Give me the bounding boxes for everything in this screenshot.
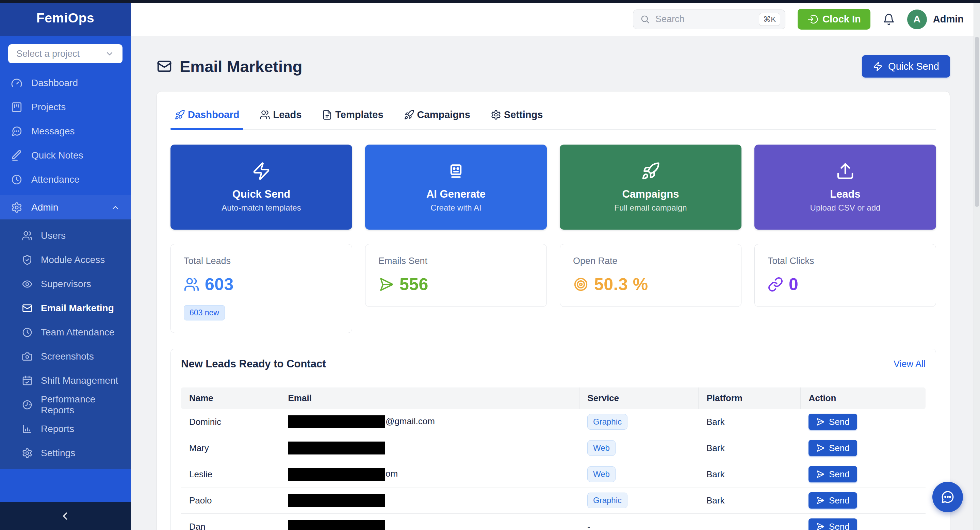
sidebar-spacer [0,469,130,502]
gear-icon [22,447,33,459]
sidebar-item-attendance[interactable]: Attendance [0,167,130,192]
sidebar-subitem-screenshots[interactable]: Screenshots [0,344,130,368]
kanban-icon [11,102,22,113]
new-leads-header: New Leads Ready to Contact View All [171,349,936,379]
sidebar-subitem-team-attendance[interactable]: Team Attendance [0,320,130,344]
stat-label: Total Clicks [768,256,923,267]
send-button[interactable]: Send [808,414,857,430]
tab-settings[interactable]: Settings [489,104,544,129]
gauge-icon [11,77,22,89]
project-selector[interactable]: Select a project [8,44,123,63]
sidebar-item-label: Dashboard [31,78,78,89]
send-button[interactable]: Send [808,492,857,509]
sidebar-subitem-reports[interactable]: Reports [0,417,130,441]
view-all-link[interactable]: View All [894,359,926,370]
brand-logo: FemiOps [37,11,94,25]
lead-service: Web [579,461,698,487]
scrollbar-track[interactable] [974,3,980,530]
window-edge [0,0,980,3]
stat-card-open-rate: Open Rate 50.3 % [560,244,741,307]
lead-action: Send [800,487,926,514]
sidebar-subitem-settings[interactable]: Settings [0,441,130,465]
user-menu[interactable]: A Admin [907,10,964,29]
sidebar-subitem-label: Settings [41,447,75,459]
search-box[interactable]: ⌘K [633,10,785,29]
scrollbar-thumb[interactable] [975,37,979,207]
sidebar-item-admin[interactable]: Admin [0,195,130,219]
lead-platform: Bark [698,409,800,435]
stat-value: 556 [379,275,533,294]
action-card-subtitle: Auto-match templates [221,203,301,213]
main-area: ⌘K Clock In A Admin Email Marketing Quic… [130,3,980,530]
sidebar-subitem-email-marketing[interactable]: Email Marketing [0,296,130,320]
tab-templates[interactable]: Templates [321,104,385,129]
page-header: Email Marketing Quick Send [156,55,950,78]
action-card-campaigns[interactable]: Campaigns Full email campaign [560,144,741,230]
pencil-icon [11,150,22,161]
bolt-icon [252,162,271,181]
stat-value: 0 [768,275,923,294]
notifications-bell-icon[interactable] [883,13,895,25]
action-cards: Quick Send Auto-match templates AI Gener… [170,144,936,230]
tab-label: Campaigns [417,109,470,121]
sidebar-item-dashboard[interactable]: Dashboard [0,71,130,95]
message-circle-icon [11,125,22,137]
clock-icon [22,327,33,338]
project-selector-placeholder: Select a project [16,49,80,59]
admin-submenu: Users Module Access Supervisors Email Ma… [0,219,130,469]
redaction-bar [288,415,385,428]
quick-send-button[interactable]: Quick Send [862,55,950,78]
lead-email [280,487,579,514]
column-header-email: Email [280,387,579,409]
clock-in-button[interactable]: Clock In [798,9,870,30]
sidebar-item-quick-notes[interactable]: Quick Notes [0,143,130,167]
eye-icon [22,279,33,289]
action-card-subtitle: Upload CSV or add [810,203,881,213]
sidebar-subitem-supervisors[interactable]: Supervisors [0,272,130,296]
sidebar-item-projects[interactable]: Projects [0,95,130,119]
send-button[interactable]: Send [808,440,857,456]
send-icon [816,496,825,505]
lead-email [280,514,579,530]
send-button[interactable]: Send [808,519,857,530]
avatar: A [907,10,927,29]
search-input[interactable] [655,14,754,25]
stat-value: 50.3 % [573,275,728,294]
sidebar-item-label: Quick Notes [31,150,83,161]
gear-icon [11,202,22,213]
lead-platform: Bark [698,487,800,514]
rocket-icon [175,109,185,120]
stat-label: Open Rate [573,256,728,267]
topbar: ⌘K Clock In A Admin [130,3,980,36]
shield-check-icon [22,254,33,265]
users-icon [184,276,199,292]
tab-leads[interactable]: Leads [258,104,303,129]
send-icon [816,417,825,426]
search-icon [640,14,650,24]
action-card-subtitle: Create with AI [430,203,481,213]
stat-label: Emails Sent [379,256,533,267]
leads-table: NameEmailServicePlatformAction Dominic @… [181,387,926,530]
action-card-quick-send[interactable]: Quick Send Auto-match templates [170,144,352,230]
users-icon [259,109,270,120]
sidebar: FemiOps Select a project Dashboard Proje… [0,0,130,530]
lead-name: Dominic [181,409,280,435]
keyboard-shortcut-badge: ⌘K [759,13,780,26]
service-badge: Graphic [587,493,627,508]
chat-fab[interactable] [932,482,963,512]
sidebar-subitem-module-access[interactable]: Module Access [0,248,130,272]
sidebar-subitem-users[interactable]: Users [0,224,130,248]
action-card-ai-generate[interactable]: AI Generate Create with AI [365,144,547,230]
action-card-leads[interactable]: Leads Upload CSV or add [754,144,936,230]
tab-campaigns[interactable]: Campaigns [402,104,472,129]
sidebar-subitem-performance-reports[interactable]: Performance Reports [0,393,130,417]
send-button[interactable]: Send [808,466,857,482]
sidebar-item-messages[interactable]: Messages [0,119,130,143]
lead-service: Graphic [579,487,698,514]
lead-name: Dan [181,514,280,530]
sidebar-collapse-button[interactable] [0,502,130,530]
sidebar-subitem-shift-management[interactable]: Shift Management [0,368,130,393]
table-header-row: NameEmailServicePlatformAction [181,387,926,409]
tab-dashboard[interactable]: Dashboard [173,104,240,129]
lead-name: Paolo [181,487,280,514]
